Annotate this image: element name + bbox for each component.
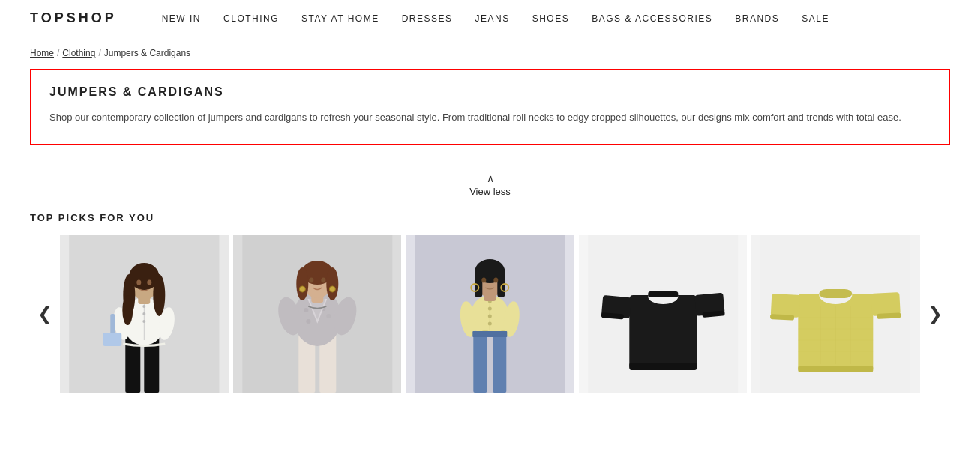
carousel-prev-button[interactable]: ❮ xyxy=(30,303,60,324)
svg-point-58 xyxy=(481,278,486,283)
product-image-2 xyxy=(233,235,402,393)
svg-point-20 xyxy=(147,280,151,285)
svg-point-38 xyxy=(321,278,325,283)
breadcrumb-sep-1: / xyxy=(57,48,59,58)
svg-rect-81 xyxy=(799,366,874,372)
nav-item-shoes[interactable]: SHOES xyxy=(532,10,570,27)
nav-item-sale[interactable]: SALE xyxy=(802,10,829,27)
svg-point-25 xyxy=(304,308,308,312)
nav-item-bags[interactable]: BAGS & ACCESSORIES xyxy=(592,10,712,27)
product-card-5[interactable] xyxy=(751,235,920,393)
svg-point-39 xyxy=(299,286,305,292)
svg-rect-43 xyxy=(493,333,506,393)
category-title: JUMPERS & CARDIGANS xyxy=(49,85,931,99)
svg-rect-68 xyxy=(629,363,697,370)
svg-point-40 xyxy=(329,286,335,292)
svg-rect-71 xyxy=(648,291,678,297)
product-image-3 xyxy=(406,235,574,393)
product-carousel: ❮ xyxy=(30,235,950,393)
svg-rect-78 xyxy=(820,289,853,298)
svg-rect-12 xyxy=(103,333,121,346)
carousel-next-button[interactable]: ❯ xyxy=(920,303,950,324)
svg-point-35 xyxy=(296,267,308,300)
top-picks-section: TOP PICKS FOR YOU ❮ xyxy=(0,212,980,393)
header: TOPSHOP NEW IN CLOTHING STAY AT HOME DRE… xyxy=(0,0,980,37)
svg-point-28 xyxy=(326,314,331,318)
svg-rect-62 xyxy=(472,331,507,337)
svg-rect-80 xyxy=(871,292,901,316)
product-card-4[interactable] xyxy=(579,235,748,393)
view-less-label: View less xyxy=(469,186,511,197)
category-description: Shop our contemporary collection of jump… xyxy=(49,109,931,126)
carousel-track xyxy=(60,235,920,393)
svg-point-49 xyxy=(488,322,492,326)
brand-logo: TOPSHOP xyxy=(30,10,117,26)
svg-point-17 xyxy=(153,274,165,316)
svg-rect-42 xyxy=(473,333,487,393)
svg-point-7 xyxy=(142,312,145,315)
top-picks-heading: TOP PICKS FOR YOU xyxy=(30,212,950,223)
svg-point-18 xyxy=(122,295,133,325)
nav-item-dresses[interactable]: DRESSES xyxy=(402,10,453,27)
breadcrumb-current: Jumpers & Cardigans xyxy=(104,48,190,58)
breadcrumb: Home / Clothing / Jumpers & Cardigans xyxy=(0,37,980,69)
svg-point-37 xyxy=(309,278,313,283)
nav-item-clothing[interactable]: CLOTHING xyxy=(223,10,279,27)
product-card-3[interactable] xyxy=(406,235,574,393)
product-card-1[interactable] xyxy=(60,235,229,393)
chevron-up-icon: ∧ xyxy=(487,172,494,184)
breadcrumb-sep-2: / xyxy=(98,48,100,58)
svg-point-6 xyxy=(142,305,145,308)
svg-point-8 xyxy=(142,320,145,323)
svg-point-36 xyxy=(326,267,338,300)
product-card-2[interactable] xyxy=(233,235,402,393)
svg-point-59 xyxy=(493,278,498,283)
svg-point-29 xyxy=(306,319,310,324)
svg-point-48 xyxy=(488,315,492,318)
nav-item-stay-at-home[interactable]: STAY AT HOME xyxy=(301,10,379,27)
nav-item-new-in[interactable]: NEW IN xyxy=(162,10,201,27)
product-image-5 xyxy=(751,235,920,393)
product-image-4 xyxy=(579,235,748,393)
svg-rect-57 xyxy=(475,271,505,280)
nav-item-jeans[interactable]: JEANS xyxy=(475,10,510,27)
category-box: JUMPERS & CARDIGANS Shop our contemporar… xyxy=(30,69,950,145)
svg-point-19 xyxy=(136,280,141,285)
svg-point-47 xyxy=(488,307,492,311)
svg-rect-79 xyxy=(771,294,801,318)
view-less-button[interactable]: ∧ View less xyxy=(0,160,980,212)
breadcrumb-clothing[interactable]: Clothing xyxy=(62,48,95,58)
nav-item-brands[interactable]: BRANDS xyxy=(735,10,779,27)
breadcrumb-home[interactable]: Home xyxy=(30,48,54,58)
product-image-1 xyxy=(60,235,229,393)
main-nav: NEW IN CLOTHING STAY AT HOME DRESSES JEA… xyxy=(162,10,950,27)
